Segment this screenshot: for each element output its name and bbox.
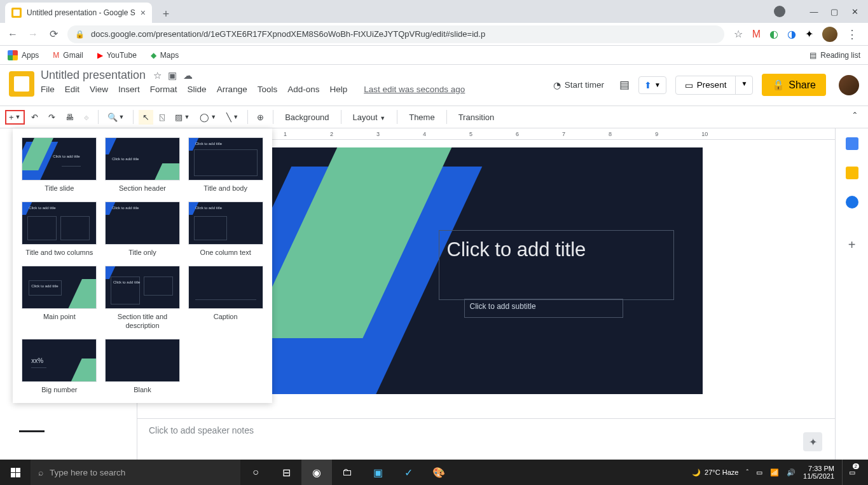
- wifi-icon[interactable]: 📶: [770, 468, 779, 477]
- layout-option-title-only[interactable]: Click to add title Title only: [105, 202, 181, 257]
- paint-format-button[interactable]: ⟐: [80, 110, 93, 125]
- weather-widget[interactable]: 🌙27°C Haze: [692, 468, 738, 477]
- move-doc-icon[interactable]: ▣: [168, 70, 177, 81]
- app-taskbar-icon-2[interactable]: ✓: [393, 460, 424, 485]
- apps-bookmark[interactable]: Apps: [8, 50, 39, 60]
- layout-option-two-columns[interactable]: Click to add title Title and two columns: [22, 202, 97, 257]
- layout-button[interactable]: Layout ▼: [347, 110, 392, 125]
- present-upload-button[interactable]: ⬆▼: [638, 76, 666, 94]
- volume-icon[interactable]: 🔊: [787, 468, 796, 477]
- chrome-account-icon[interactable]: [774, 6, 785, 17]
- ext-icon-1[interactable]: ◐: [769, 28, 778, 40]
- minimize-icon[interactable]: —: [809, 7, 818, 17]
- menu-edit[interactable]: Edit: [65, 85, 79, 94]
- present-dropdown[interactable]: ▼: [735, 76, 752, 94]
- transition-button[interactable]: Transition: [452, 110, 501, 125]
- chevron-down-icon: ▼: [380, 115, 385, 121]
- extensions-icon[interactable]: ✦: [805, 28, 813, 40]
- layout-option-blank[interactable]: Blank: [105, 339, 181, 394]
- layout-option-caption[interactable]: Caption: [188, 266, 263, 329]
- slide-canvas[interactable]: Click to add title Click to add subtitle: [270, 147, 703, 394]
- document-title[interactable]: Untitled presentation: [41, 69, 146, 82]
- calendar-icon[interactable]: [846, 137, 858, 150]
- new-tab-button[interactable]: +: [157, 5, 175, 23]
- chrome-menu-icon[interactable]: ⋮: [846, 27, 858, 41]
- redo-button[interactable]: ↷: [45, 110, 59, 125]
- menu-addons[interactable]: Add-ons: [287, 85, 319, 94]
- add-addon-icon[interactable]: +: [848, 238, 856, 252]
- shape-tool[interactable]: ◯ ▼: [196, 110, 220, 125]
- ext-icon-2[interactable]: ◑: [787, 28, 796, 40]
- explorer-taskbar-icon[interactable]: 🗀: [332, 460, 362, 485]
- menu-tools[interactable]: Tools: [258, 85, 278, 94]
- forward-icon[interactable]: →: [27, 29, 39, 40]
- textbox-tool[interactable]: ⍂: [156, 110, 169, 125]
- input-indicator-icon[interactable]: ▭: [756, 468, 762, 477]
- layout-option-big-number[interactable]: xx% Big number: [22, 339, 97, 394]
- speaker-notes[interactable]: Click to add speaker notes: [137, 418, 835, 460]
- theme-button[interactable]: Theme: [403, 110, 441, 125]
- zoom-button[interactable]: 🔍 ▼: [104, 110, 128, 125]
- layout-option-one-column[interactable]: Click to add title One column text: [188, 202, 263, 257]
- tasks-icon[interactable]: [846, 196, 858, 208]
- cortana-icon[interactable]: ⊟: [271, 460, 301, 485]
- maximize-icon[interactable]: ▢: [830, 7, 839, 17]
- close-tab-icon[interactable]: ×: [141, 8, 146, 18]
- tray-clock[interactable]: 7:33 PM11/5/2021: [803, 465, 834, 480]
- profile-avatar-icon[interactable]: [822, 27, 837, 42]
- browser-tab[interactable]: Untitled presentation - Google S ×: [5, 3, 152, 23]
- menu-insert[interactable]: Insert: [118, 85, 140, 94]
- paint-taskbar-icon[interactable]: 🎨: [424, 460, 454, 485]
- star-icon[interactable]: ☆: [732, 28, 745, 40]
- start-timer-button[interactable]: ◔Start timer: [547, 76, 610, 94]
- menu-slide[interactable]: Slide: [188, 85, 207, 94]
- menu-view[interactable]: View: [90, 85, 108, 94]
- comments-icon[interactable]: ▤: [619, 78, 630, 92]
- slides-logo-icon[interactable]: [9, 71, 34, 97]
- title-placeholder[interactable]: Click to add title: [439, 230, 674, 300]
- menu-help[interactable]: Help: [329, 85, 347, 94]
- last-edit-link[interactable]: Last edit was seconds ago: [364, 85, 465, 94]
- layout-option-main-point[interactable]: Click to add title Main point: [22, 266, 97, 329]
- comment-button[interactable]: ⊕: [253, 110, 268, 125]
- gmail-bookmark[interactable]: MGmail: [53, 51, 83, 60]
- youtube-bookmark[interactable]: ▶YouTube: [97, 51, 137, 60]
- maps-bookmark[interactable]: ◆Maps: [151, 51, 179, 60]
- image-tool[interactable]: ▨ ▼: [171, 110, 193, 125]
- layout-option-section-header[interactable]: Click to add title Section header: [105, 137, 181, 193]
- keep-icon[interactable]: [846, 167, 858, 179]
- cloud-status-icon[interactable]: ☁: [183, 70, 193, 81]
- menu-file[interactable]: File: [41, 85, 55, 94]
- back-icon[interactable]: ←: [6, 29, 19, 40]
- app-taskbar-icon-1[interactable]: ▣: [362, 460, 393, 485]
- background-button[interactable]: Background: [279, 110, 335, 125]
- print-button[interactable]: 🖶: [62, 110, 78, 125]
- share-button[interactable]: 🔒Share: [762, 74, 826, 96]
- reload-icon[interactable]: ⟳: [47, 28, 60, 40]
- explore-button[interactable]: ✦: [803, 432, 822, 451]
- chrome-taskbar-icon[interactable]: ◉: [301, 460, 332, 485]
- menu-format[interactable]: Format: [150, 85, 177, 94]
- subtitle-placeholder[interactable]: Click to add subtitle: [464, 299, 623, 318]
- user-avatar[interactable]: [839, 75, 859, 95]
- select-tool[interactable]: ↖: [139, 110, 153, 125]
- layout-option-title-slide[interactable]: Click to add title Title slide: [22, 137, 97, 193]
- tray-chevron-icon[interactable]: ˆ: [746, 468, 748, 476]
- star-doc-icon[interactable]: ☆: [153, 70, 162, 81]
- reading-list-button[interactable]: ▤Reading list: [809, 51, 860, 60]
- menu-arrange[interactable]: Arrange: [217, 85, 247, 94]
- notifications-button[interactable]: ▭2: [842, 460, 862, 485]
- present-button[interactable]: ▭Present: [676, 76, 736, 94]
- close-window-icon[interactable]: ✕: [850, 7, 859, 17]
- new-slide-button[interactable]: +▼: [5, 110, 25, 125]
- layout-option-title-body[interactable]: Click to add title Title and body: [188, 137, 263, 193]
- task-view-icon[interactable]: ○: [240, 460, 271, 485]
- line-tool[interactable]: ╲ ▼: [223, 110, 242, 125]
- start-button[interactable]: [0, 460, 31, 485]
- taskbar-search[interactable]: ⌕Type here to search: [31, 460, 240, 485]
- undo-button[interactable]: ↶: [27, 110, 42, 125]
- gmail-ext-icon[interactable]: M: [752, 29, 761, 40]
- layout-option-section-title-desc[interactable]: Click to add title Section title and des…: [105, 266, 181, 329]
- address-bar[interactable]: 🔒 docs.google.com/presentation/d/1eGTXE6…: [67, 25, 724, 43]
- collapse-toolbar-icon[interactable]: ˆ: [847, 109, 863, 125]
